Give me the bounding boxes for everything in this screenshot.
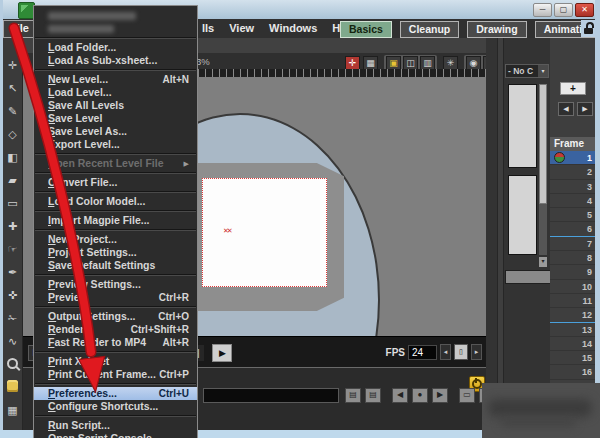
tape-tool-icon[interactable]: ✚ xyxy=(5,219,21,233)
frame-row[interactable]: 9 xyxy=(550,265,595,279)
save-images-button[interactable]: ▤ xyxy=(345,388,361,403)
spacer-grid-icon[interactable]: ▦ xyxy=(5,403,21,417)
frame-row[interactable]: 1 xyxy=(550,151,595,165)
menu-item-print-xsheet[interactable]: Print Xsheet xyxy=(34,355,197,368)
fps-spinner[interactable]: ◂ xyxy=(440,344,451,360)
menu-item-configure-shortcuts[interactable]: Configure Shortcuts... xyxy=(34,400,197,413)
menu-separator xyxy=(35,153,196,155)
menu-item-redacted[interactable] xyxy=(34,9,197,22)
frame-row[interactable]: 4 xyxy=(550,194,595,208)
menu-item-preview[interactable]: PreviewCtrl+R xyxy=(34,291,197,304)
menu-item-new-level[interactable]: New Level...Alt+N xyxy=(34,73,197,86)
menu-item-label: Run Script... xyxy=(48,419,110,432)
frame-row[interactable]: 10 xyxy=(550,280,595,294)
menu-item-load-color-model[interactable]: Load Color Model... xyxy=(34,195,197,208)
frame-row[interactable]: 7 xyxy=(550,237,595,251)
level-name-field[interactable] xyxy=(203,388,339,403)
menu-item-run-script[interactable]: Run Script... xyxy=(34,419,197,432)
next-level-button[interactable]: ▶ xyxy=(432,388,448,403)
expand-button[interactable]: ▸ xyxy=(471,344,482,360)
frame-row[interactable]: 16 xyxy=(550,365,595,379)
frame-row[interactable]: 14 xyxy=(550,337,595,351)
file-menu-button[interactable]: File xyxy=(3,20,36,38)
menu-item-label: Open Recent Level File xyxy=(48,157,164,170)
style-picker-tool-icon[interactable]: ☞ xyxy=(5,242,21,256)
zoom-tool-icon[interactable] xyxy=(5,357,21,371)
frame-row[interactable]: 12 xyxy=(550,308,595,322)
scrollbar-thumb[interactable] xyxy=(539,84,547,204)
level-strip-cells[interactable] xyxy=(508,84,537,168)
level-thumbnail-icon xyxy=(554,152,565,163)
menu-item-preview-settings[interactable]: Preview Settings... xyxy=(34,278,197,291)
menu-item-load-as-sub-xsheet[interactable]: Load As Sub-xsheet... xyxy=(34,54,197,67)
menu-item-open-script-console[interactable]: Open Script Console xyxy=(34,432,197,438)
cutter-tool-icon[interactable]: ✁ xyxy=(5,311,21,325)
frame-row[interactable]: 15 xyxy=(550,351,595,365)
pinch-tool-icon[interactable]: ∿ xyxy=(5,334,21,348)
menu-item-save-default-settings[interactable]: Save Default Settings xyxy=(34,259,197,272)
animate-tool-icon[interactable]: ✛ xyxy=(5,58,21,72)
maximize-button[interactable]: ▢ xyxy=(554,3,573,17)
save-palette-button[interactable]: ▤ xyxy=(365,388,381,403)
room-tab-drawing[interactable]: Drawing xyxy=(467,21,526,38)
menu-item-open-recent-level-file[interactable]: Open Recent Level File▶ xyxy=(34,157,197,170)
frame-column-header: Frame xyxy=(550,137,595,151)
frame-row[interactable]: 6 xyxy=(550,222,595,236)
menu-view[interactable]: View xyxy=(229,22,254,34)
menu-item-new-project[interactable]: New Project... xyxy=(34,233,197,246)
menu-item-load-level[interactable]: Load Level... xyxy=(34,86,197,99)
level-strip-cells[interactable] xyxy=(508,175,537,255)
menu-item-fast-render-to-mp4[interactable]: Fast Render to MP4Alt+R xyxy=(34,336,197,349)
level-indicator[interactable]: ● xyxy=(412,388,428,403)
frame-row[interactable]: 13 xyxy=(550,323,595,337)
frame-row[interactable]: 3 xyxy=(550,180,595,194)
prev-level-button[interactable]: ◀ xyxy=(392,388,408,403)
menu-item-load-folder[interactable]: Load Folder... xyxy=(34,41,197,54)
chevron-down-icon[interactable]: ▾ xyxy=(538,65,548,77)
menu-windows[interactable]: Windows xyxy=(269,22,317,34)
thumbnail-button-1[interactable]: ▭ xyxy=(459,388,475,403)
frame-row[interactable]: 8 xyxy=(550,251,595,265)
hand-tool-icon[interactable] xyxy=(5,380,21,394)
menu-item-save-level[interactable]: Save Level xyxy=(34,112,197,125)
frame-row[interactable]: 2 xyxy=(550,165,595,179)
rgb-picker-tool-icon[interactable]: ✒ xyxy=(5,265,21,279)
minimize-button[interactable]: ─ xyxy=(533,3,552,17)
menu-item-import-magpie-file[interactable]: Import Magpie File... xyxy=(34,214,197,227)
scrollbar-down-button[interactable]: ▾ xyxy=(539,257,547,267)
menu-lls[interactable]: lls xyxy=(202,22,214,34)
xsheet-next-button[interactable]: ▶ xyxy=(577,102,593,116)
menu-item-save-level-as[interactable]: Save Level As... xyxy=(34,125,197,138)
menu-item-export-level[interactable]: Export Level... xyxy=(34,138,197,151)
menu-item-output-settings[interactable]: Output Settings...Ctrl+O xyxy=(34,310,197,323)
level-strip-hbar[interactable] xyxy=(505,270,551,284)
menu-item-preferences[interactable]: Preferences...Ctrl+U xyxy=(34,387,197,400)
menu-item-save-all-levels[interactable]: Save All Levels xyxy=(34,99,197,112)
menu-item-project-settings[interactable]: Project Settings... xyxy=(34,246,197,259)
panel-divider[interactable] xyxy=(497,38,504,430)
menu-item-print-current-frame[interactable]: Print Current Frame...Ctrl+P xyxy=(34,368,197,381)
geometric-tool-icon[interactable]: ◇ xyxy=(5,127,21,141)
histogram-button[interactable]: ▯ xyxy=(454,344,468,360)
paint-brush-tool-icon[interactable]: ▰ xyxy=(5,173,21,187)
menu-item-label: Fast Render to MP4 xyxy=(48,336,146,349)
menu-item-render[interactable]: RenderCtrl+Shift+R xyxy=(34,323,197,336)
menu-item-convert-file[interactable]: Convert File... xyxy=(34,176,197,189)
range-play-button[interactable]: ▶ xyxy=(212,344,232,362)
menu-item-redacted[interactable] xyxy=(34,22,197,35)
fps-input[interactable]: 24 xyxy=(408,345,437,360)
frame-row[interactable]: 11 xyxy=(550,294,595,308)
room-tab-cleanup[interactable]: Cleanup xyxy=(400,21,459,38)
level-strip-scrollbar[interactable] xyxy=(539,84,547,255)
control-point-tool-icon[interactable]: ✜ xyxy=(5,288,21,302)
fill-tool-icon[interactable]: ◧ xyxy=(5,150,21,164)
xsheet-prev-button[interactable]: ◀ xyxy=(558,102,574,116)
eraser-tool-icon[interactable]: ▭ xyxy=(5,196,21,210)
room-tab-basics[interactable]: Basics xyxy=(340,21,392,38)
frame-row[interactable]: 5 xyxy=(550,208,595,222)
new-xsheet-tab-button[interactable]: + xyxy=(560,82,586,95)
level-dropdown[interactable]: - No C ▾ xyxy=(505,64,549,78)
brush-tool-icon[interactable]: ✎ xyxy=(5,104,21,118)
close-button[interactable]: ✕ xyxy=(575,3,594,17)
selection-tool-icon[interactable]: ↖ xyxy=(5,81,21,95)
